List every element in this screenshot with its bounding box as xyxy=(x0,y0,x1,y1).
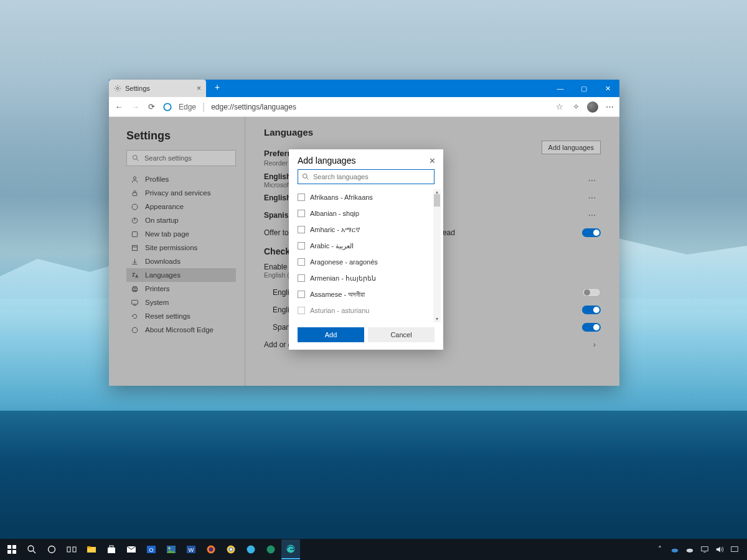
svg-rect-5 xyxy=(133,192,137,195)
forward-icon[interactable]: → xyxy=(130,102,140,112)
taskbar-search-icon[interactable] xyxy=(22,540,41,559)
language-options-button[interactable]: ⋯ xyxy=(588,211,601,220)
refresh-icon[interactable]: ⟳ xyxy=(146,102,156,112)
back-icon[interactable]: ← xyxy=(114,102,124,112)
file-explorer-icon[interactable] xyxy=(82,540,101,559)
dialog-language-item[interactable]: Amharic - አማርኛ xyxy=(298,222,441,238)
checkbox-icon[interactable] xyxy=(298,194,305,201)
spell-lang-toggle[interactable] xyxy=(582,323,601,332)
firefox-icon[interactable] xyxy=(202,540,220,559)
dialog-language-item[interactable]: Aragonese - aragonés xyxy=(298,254,441,270)
system-icon xyxy=(130,298,139,307)
sidebar-item-permissions[interactable]: Site permissions xyxy=(126,241,236,254)
edge-dev-icon[interactable] xyxy=(261,540,280,559)
sidebar-item-languages[interactable]: Languages xyxy=(126,268,236,282)
language-label: English xyxy=(264,194,291,202)
onedrive-icon[interactable] xyxy=(685,544,695,554)
svg-point-17 xyxy=(132,327,137,332)
dialog-language-list[interactable]: Afrikaans - Afrikaans Albanian - shqip A… xyxy=(298,189,441,322)
favorites-bar-icon[interactable]: ✧ xyxy=(571,102,581,112)
mail-icon[interactable] xyxy=(122,540,141,559)
svg-line-3 xyxy=(137,159,139,161)
dialog-cancel-button[interactable]: Cancel xyxy=(368,327,435,342)
sidebar-item-reset[interactable]: Reset settings xyxy=(126,309,236,323)
url-text[interactable]: edge://settings/languages xyxy=(211,103,296,111)
svg-rect-50 xyxy=(702,547,708,551)
edge-icon[interactable] xyxy=(281,539,300,559)
tray-chevron-icon[interactable]: ˄ xyxy=(655,544,665,554)
svg-rect-10 xyxy=(132,245,137,250)
store-icon[interactable] xyxy=(102,540,121,559)
sidebar-item-label: Reset settings xyxy=(145,312,190,320)
dialog-language-item[interactable]: Arabic - العربية xyxy=(298,238,441,254)
sidebar-item-appearance[interactable]: Appearance xyxy=(126,200,236,213)
sidebar-item-about[interactable]: About Microsoft Edge xyxy=(126,323,236,337)
network-icon[interactable] xyxy=(700,544,710,554)
checkbox-icon[interactable] xyxy=(298,242,305,250)
svg-point-46 xyxy=(267,546,275,554)
chrome-icon[interactable] xyxy=(222,540,240,559)
edge-legacy-icon[interactable] xyxy=(242,540,260,559)
scroll-down-icon[interactable]: ▾ xyxy=(433,316,441,322)
dialog-add-button[interactable]: Add xyxy=(298,327,364,342)
checkbox-icon[interactable] xyxy=(298,274,305,282)
dialog-language-item[interactable]: Asturian - asturianu xyxy=(298,302,441,319)
taskview-icon[interactable] xyxy=(62,540,81,559)
language-options-button[interactable]: ⋯ xyxy=(588,176,601,185)
spell-lang-toggle[interactable] xyxy=(582,288,601,297)
onedrive-icon[interactable] xyxy=(670,544,680,554)
start-button[interactable] xyxy=(2,540,21,559)
sidebar-item-startup[interactable]: On startup xyxy=(126,213,236,227)
sidebar-item-newtab[interactable]: New tab page xyxy=(126,227,236,241)
scroll-thumb[interactable] xyxy=(434,194,440,207)
tab-close-icon[interactable]: × xyxy=(197,84,201,93)
checkbox-icon[interactable] xyxy=(298,291,305,298)
svg-rect-9 xyxy=(132,231,137,236)
svg-point-6 xyxy=(132,204,138,210)
sidebar-item-profiles[interactable]: Profiles xyxy=(126,172,236,186)
address-bar: ← → ⟳ Edge | edge://settings/languages ☆… xyxy=(109,97,619,117)
outlook-icon[interactable]: O xyxy=(142,540,161,559)
checkbox-icon[interactable] xyxy=(298,258,305,266)
cortana-icon[interactable] xyxy=(42,540,61,559)
sidebar-item-downloads[interactable]: Downloads xyxy=(126,254,236,268)
tab-settings[interactable]: Settings × xyxy=(109,80,206,97)
sidebar-item-system[interactable]: System xyxy=(126,296,236,309)
dialog-search[interactable] xyxy=(298,169,435,184)
taskbar: O W ˄ xyxy=(0,539,747,560)
menu-icon[interactable]: ⋯ xyxy=(604,102,614,112)
word-icon[interactable]: W xyxy=(182,540,200,559)
checkbox-icon[interactable] xyxy=(298,226,305,233)
new-tab-button[interactable]: + xyxy=(210,80,225,95)
svg-rect-20 xyxy=(7,545,11,549)
dialog-close-icon[interactable]: ✕ xyxy=(429,156,436,166)
dialog-scrollbar[interactable]: ▴ ▾ xyxy=(433,189,441,322)
sidebar-item-privacy[interactable]: Privacy and services xyxy=(126,186,236,200)
add-languages-button[interactable]: Add languages xyxy=(542,141,601,154)
dialog-language-item[interactable]: Armenian - հայերեն xyxy=(298,270,441,286)
dialog-language-item[interactable]: Albanian - shqip xyxy=(298,205,441,222)
window-close-button[interactable]: ✕ xyxy=(596,80,619,97)
language-options-button[interactable]: ⋯ xyxy=(588,194,601,202)
window-minimize-button[interactable]: — xyxy=(548,80,572,97)
dialog-search-input[interactable] xyxy=(313,173,430,180)
sidebar-item-label: Privacy and services xyxy=(145,189,210,197)
settings-search[interactable]: Search settings xyxy=(126,150,236,166)
dialog-language-item[interactable]: Assamese - অসমীয়া xyxy=(298,286,441,302)
svg-rect-13 xyxy=(133,286,136,287)
sidebar-item-label: System xyxy=(145,299,169,306)
window-maximize-button[interactable]: ▢ xyxy=(572,80,596,97)
checkbox-icon[interactable] xyxy=(298,307,305,314)
svg-rect-15 xyxy=(131,300,138,304)
favorite-icon[interactable]: ☆ xyxy=(555,102,565,112)
checkbox-icon[interactable] xyxy=(298,210,305,217)
spell-lang-toggle[interactable] xyxy=(582,306,601,314)
offer-translate-toggle[interactable] xyxy=(582,228,601,237)
volume-icon[interactable] xyxy=(715,544,725,554)
photos-icon[interactable] xyxy=(162,540,181,559)
sidebar-item-printers[interactable]: Printers xyxy=(126,282,236,296)
dialog-language-item[interactable]: Afrikaans - Afrikaans xyxy=(298,189,441,205)
notifications-icon[interactable] xyxy=(730,544,740,554)
profile-avatar[interactable] xyxy=(587,101,598,113)
add-languages-dialog: Add languages ✕ Afrikaans - Afrikaans Al… xyxy=(289,149,443,350)
